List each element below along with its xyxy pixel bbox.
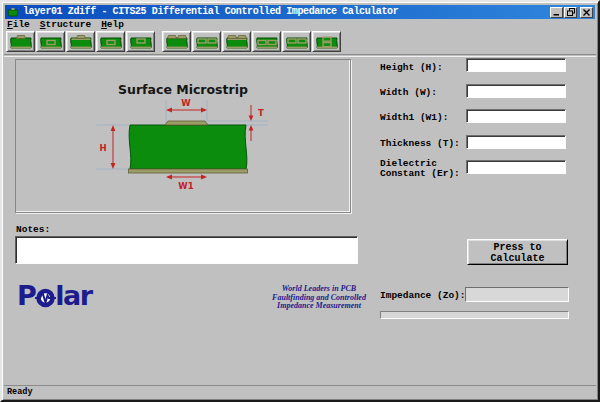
notes-label: Notes: [16,224,50,235]
structure-diagram: Surface Microstrip [16,60,350,212]
toolbar-surface-microstrip-button[interactable] [6,31,35,52]
w1-dimension-label: W1 [178,181,193,191]
brand-tagline: World Leaders in PCB Faultfinding and Co… [256,285,382,311]
menu-file[interactable]: File [7,19,30,31]
surface-microstrip-icon [8,34,34,50]
restore-icon [567,8,575,16]
thickness-label: Thickness (T): [380,139,472,149]
toolbar-diff-offset-stripline-button[interactable] [282,31,311,52]
h-dimension-label: H [99,143,106,153]
thickness-input[interactable] [466,135,566,149]
notes-textarea[interactable] [15,236,358,264]
width-input[interactable] [466,84,566,98]
bottom-copper-plane [129,169,248,173]
diagram-title: Surface Microstrip [118,82,248,97]
close-icon [583,9,590,16]
toolbar-divider [4,54,596,57]
menu-help[interactable]: Help [101,19,124,31]
status-bar: Ready [4,385,596,398]
status-text: Ready [7,387,33,397]
substrate-board [129,125,247,169]
diff-offset-stripline-icon [284,34,310,50]
dielectric-constant-input[interactable] [466,160,566,174]
coated-microstrip-icon [68,34,94,50]
toolbar-embedded-microstrip-button[interactable] [36,31,65,52]
structure-toolbar [6,31,342,52]
width-label: Width (W): [380,88,472,98]
app-icon [7,7,19,17]
polar-logo-text-lar: lar [55,281,91,311]
width1-label: Width1 (W1): [380,113,472,123]
diff-coated-microstrip-icon [224,34,250,50]
toolbar-diff-surface-microstrip-button[interactable] [162,31,191,52]
toolbar-coated-microstrip-button[interactable] [66,31,95,52]
window-title: layer01 Zdiff - CITS25 Differential Cont… [23,5,398,19]
polar-logo-text-p: P [17,281,35,311]
offset-stripline-icon [128,34,154,50]
dielectric-constant-label: Dielectric Constant (Er): [380,159,472,179]
restore-button[interactable] [564,7,577,18]
t-dimension-label: T [258,108,264,118]
calculate-button[interactable]: Press to Calculate [467,239,568,265]
app-window: layer01 Zdiff - CITS25 Differential Cont… [0,0,600,402]
toolbar-offset-stripline-button[interactable] [126,31,155,52]
toolbar-broadside-coupled-button[interactable] [312,31,341,52]
title-bar: layer01 Zdiff - CITS25 Differential Cont… [5,5,595,19]
diff-embedded-microstrip-icon [194,34,220,50]
width1-input[interactable] [466,109,566,123]
toolbar-stripline-button[interactable] [96,31,125,52]
embedded-microstrip-icon [38,34,64,50]
diff-stripline-icon [254,34,280,50]
menu-structure[interactable]: Structure [40,19,91,31]
broadside-coupled-stripline-icon [314,34,340,50]
close-button[interactable] [580,7,593,18]
height-input[interactable] [466,58,566,72]
impedance-output [465,287,569,302]
stripline-icon [98,34,124,50]
copper-trace [165,121,208,125]
toolbar-diff-embedded-microstrip-button[interactable] [192,31,221,52]
toolbar-diff-stripline-button[interactable] [252,31,281,52]
polar-logo-o-waveform-icon [35,287,56,308]
w-dimension-label: W [181,98,191,108]
tagline-line-3: Impedance Measurement [256,302,382,311]
minimize-button[interactable] [550,7,563,18]
diff-surface-microstrip-icon [164,34,190,50]
height-label: Height (H): [380,63,472,73]
minimize-icon [553,9,560,16]
progress-bar [380,311,569,319]
impedance-label: Impedance (Zo): [380,290,466,301]
polar-logo: P lar [17,281,92,311]
structure-diagram-panel: Surface Microstrip [15,59,351,213]
toolbar-diff-coated-microstrip-button[interactable] [222,31,251,52]
menu-bar: File Structure Help [7,19,124,31]
